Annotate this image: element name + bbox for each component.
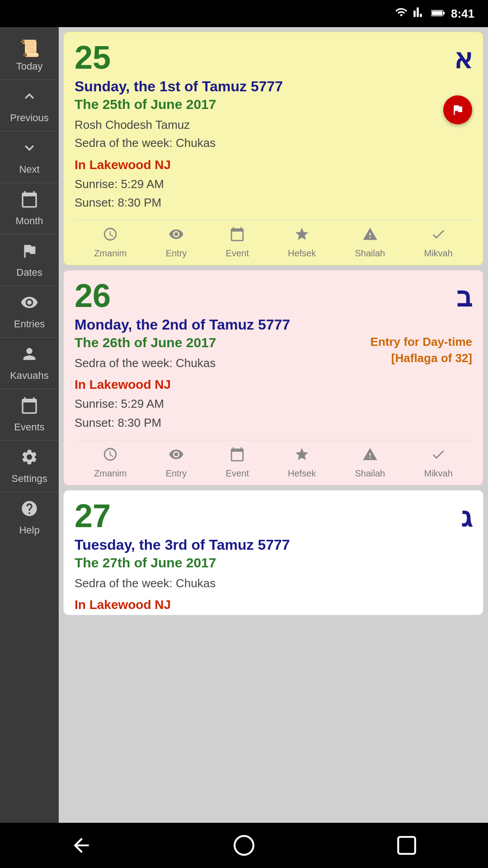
day-card-27: 27 ג Tuesday, the 3rd of Tamuz 5777 The … <box>63 490 483 615</box>
dates-icon <box>20 242 38 264</box>
sidebar-item-events[interactable]: Events <box>0 389 59 441</box>
action-entry-25[interactable]: Entry <box>166 226 187 259</box>
wifi-icon <box>395 6 408 22</box>
zmanim-label-25: Zmanim <box>94 248 127 259</box>
shailah-icon-26 <box>362 447 378 466</box>
entry-notice-26: Entry for Day-time [Haflaga of 32] <box>371 334 472 367</box>
day-25-sunset: Sunset: 8:30 PM <box>75 193 472 212</box>
mikvah-label-25: Mikvah <box>424 248 453 259</box>
day-25-hebrew-letter: א <box>454 43 472 75</box>
home-button[interactable] <box>228 830 260 861</box>
time-display: 8:41 <box>451 7 474 21</box>
entry-notice-line1-26: Entry for Day-time <box>371 334 472 350</box>
zmanim-label-26: Zmanim <box>94 468 127 479</box>
app-container: 📜 Today Previous Next Month Dates <box>0 27 488 823</box>
month-label: Month <box>15 215 43 227</box>
entry-label-26: Entry <box>166 468 187 479</box>
action-zmanim-26[interactable]: Zmanim <box>94 447 127 479</box>
action-shailah-25[interactable]: Shailah <box>355 226 385 259</box>
next-label: Next <box>19 164 39 175</box>
hefsek-icon-26 <box>294 447 310 466</box>
day-26-action-bar: Zmanim Entry Event <box>75 440 472 485</box>
recent-button[interactable] <box>391 830 422 861</box>
sidebar: 📜 Today Previous Next Month Dates <box>0 27 59 823</box>
day-27-header: 27 ג <box>75 500 472 533</box>
action-hefsek-26[interactable]: Hefsek <box>288 447 316 479</box>
events-label: Events <box>14 421 44 433</box>
settings-label: Settings <box>11 473 47 485</box>
settings-icon <box>20 448 38 470</box>
kavuahs-icon <box>20 345 38 367</box>
flag-button-25[interactable] <box>443 95 472 124</box>
sidebar-item-today[interactable]: 📜 Today <box>0 32 59 80</box>
signal-icon <box>413 6 426 22</box>
action-mikvah-26[interactable]: Mikvah <box>424 447 453 479</box>
next-icon <box>20 139 38 161</box>
today-icon: 📜 <box>19 39 40 58</box>
hefsek-label-25: Hefsek <box>288 248 316 259</box>
svg-rect-1 <box>443 12 445 14</box>
day-27-number: 27 <box>75 500 111 532</box>
hefsek-label-26: Hefsek <box>288 468 316 479</box>
svg-rect-2 <box>432 11 442 15</box>
entry-notice-line2-26: [Haflaga of 32] <box>371 350 472 366</box>
action-entry-26[interactable]: Entry <box>166 447 187 479</box>
day-25-location: In Lakewood NJ <box>75 158 472 172</box>
shailah-label-26: Shailah <box>355 468 385 479</box>
battery-icon <box>431 7 446 21</box>
entries-label: Entries <box>14 318 45 330</box>
day-26-hebrew-letter: ב <box>456 281 472 313</box>
action-event-25[interactable]: Event <box>226 226 249 259</box>
back-button[interactable] <box>66 830 97 861</box>
action-shailah-26[interactable]: Shailah <box>355 447 385 479</box>
status-icons: 8:41 <box>395 6 474 22</box>
day-26-sunset: Sunset: 8:30 PM <box>75 414 472 433</box>
day-card-25: 25 א Sunday, the 1st of Tamuz 5777 The 2… <box>63 32 483 265</box>
today-label: Today <box>16 61 43 72</box>
dates-label: Dates <box>16 267 42 278</box>
sidebar-item-kavuahs[interactable]: Kavuahs <box>0 338 59 389</box>
day-26-date-hebrew: Monday, the 2nd of Tamuz 5777 <box>75 316 472 333</box>
action-mikvah-25[interactable]: Mikvah <box>424 226 453 259</box>
previous-icon <box>20 87 38 109</box>
sidebar-item-entries[interactable]: Entries <box>0 286 59 338</box>
day-25-number: 25 <box>75 41 111 74</box>
zmanim-icon-26 <box>103 447 118 466</box>
svg-rect-4 <box>398 837 415 854</box>
day-card-26: 26 ב Monday, the 2nd of Tamuz 5777 The 2… <box>63 270 483 486</box>
sidebar-item-next[interactable]: Next <box>0 132 59 183</box>
previous-label: Previous <box>10 112 49 124</box>
entries-icon <box>20 293 38 316</box>
sidebar-item-month[interactable]: Month <box>0 183 59 235</box>
sidebar-item-settings[interactable]: Settings <box>0 441 59 492</box>
day-25-date-gregorian: The 25th of June 2017 <box>75 97 472 112</box>
day-26-number: 26 <box>75 279 111 312</box>
sidebar-item-dates[interactable]: Dates <box>0 235 59 286</box>
sidebar-item-help[interactable]: Help <box>0 492 59 543</box>
event-icon-25 <box>230 226 245 245</box>
zmanim-icon-25 <box>103 226 118 245</box>
action-event-26[interactable]: Event <box>226 447 249 479</box>
day-26-sunrise: Sunrise: 5:29 AM <box>75 395 472 414</box>
day-27-info2: Sedra of the week: Chukas <box>75 575 472 591</box>
event-icon-26 <box>230 447 245 466</box>
day-27-location: In Lakewood NJ <box>75 598 472 612</box>
day-26-header: 26 ב <box>75 279 472 313</box>
kavuahs-label: Kavuahs <box>10 370 49 382</box>
sidebar-item-previous[interactable]: Previous <box>0 80 59 132</box>
entry-icon-25 <box>169 226 184 245</box>
action-zmanim-25[interactable]: Zmanim <box>94 226 127 259</box>
day-27-date-hebrew: Tuesday, the 3rd of Tamuz 5777 <box>75 537 472 553</box>
mikvah-label-26: Mikvah <box>424 468 453 479</box>
day-25-location-section: In Lakewood NJ Sunrise: 5:29 AM Sunset: … <box>75 158 472 212</box>
day-27-date-gregorian: The 27th of June 2017 <box>75 555 472 571</box>
event-label-25: Event <box>226 248 249 259</box>
entry-label-25: Entry <box>166 248 187 259</box>
action-hefsek-25[interactable]: Hefsek <box>288 226 316 259</box>
mikvah-icon-25 <box>431 226 446 245</box>
help-icon <box>20 500 38 522</box>
day-27-location-section: In Lakewood NJ <box>75 598 472 612</box>
day-25-info1: Rosh Chodesh Tamuz <box>75 117 472 133</box>
help-label: Help <box>19 524 39 536</box>
shailah-label-25: Shailah <box>355 248 385 259</box>
